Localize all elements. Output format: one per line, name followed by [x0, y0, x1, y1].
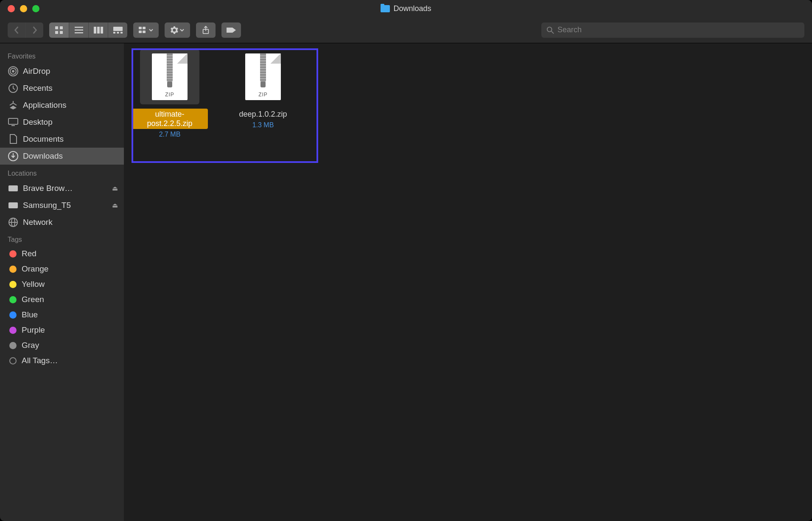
svg-rect-16 [139, 31, 142, 33]
svg-rect-7 [94, 27, 96, 34]
tag-dot-icon [9, 342, 17, 349]
svg-rect-13 [120, 32, 123, 34]
svg-point-21 [12, 70, 14, 73]
titlebar: Downloads [0, 0, 812, 17]
sidebar-item-disk-samsung[interactable]: Samsung_T5 ⏏ [0, 197, 124, 214]
file-item[interactable]: ZIP deep.1.0.2.zip 1.3 MB [225, 49, 301, 138]
svg-rect-0 [55, 26, 58, 29]
sidebar-tag-green[interactable]: Green [0, 292, 124, 307]
favorites-header: Favorites [0, 48, 124, 63]
column-view-button[interactable] [88, 22, 108, 38]
file-size: 1.3 MB [252, 121, 274, 129]
file-thumbnail: ZIP [140, 49, 199, 104]
sidebar-tag-yellow[interactable]: Yellow [0, 277, 124, 292]
toolbar [0, 17, 812, 43]
svg-rect-12 [117, 32, 119, 34]
tags-header: Tags [0, 231, 124, 246]
file-item[interactable]: ZIP ultimate-post.2.2.5.zip 2.7 MB [132, 49, 208, 138]
svg-rect-10 [113, 27, 123, 31]
sidebar: Favorites AirDrop Recents Applications D… [0, 43, 124, 521]
eject-icon[interactable]: ⏏ [112, 202, 118, 209]
svg-rect-3 [60, 31, 63, 34]
action-button[interactable] [165, 22, 190, 38]
nav-group [8, 22, 43, 38]
search-input[interactable] [557, 25, 799, 34]
sidebar-item-label: Gray [22, 341, 39, 350]
sidebar-tag-orange[interactable]: Orange [0, 261, 124, 277]
zip-file-icon: ZIP [245, 53, 281, 100]
sidebar-item-documents[interactable]: Documents [0, 131, 124, 148]
disk-icon [8, 183, 19, 194]
all-tags-icon [9, 357, 17, 364]
tag-dot-icon [9, 327, 17, 334]
file-thumbnail: ZIP [233, 49, 293, 104]
tag-icon [226, 27, 237, 34]
network-icon [8, 217, 19, 228]
sidebar-tag-blue[interactable]: Blue [0, 307, 124, 322]
list-view-button[interactable] [69, 22, 88, 38]
svg-rect-17 [143, 31, 146, 33]
sidebar-item-applications[interactable]: Applications [0, 97, 124, 114]
svg-rect-29 [8, 202, 18, 208]
edit-tags-button[interactable] [221, 22, 241, 38]
sidebar-item-label: Documents [23, 134, 64, 144]
sidebar-item-network[interactable]: Network [0, 214, 124, 231]
tag-group [221, 22, 241, 38]
minimize-window-button[interactable] [20, 5, 27, 12]
file-size: 2.7 MB [159, 131, 181, 138]
zip-file-icon: ZIP [152, 53, 188, 100]
arrange-group [133, 22, 159, 38]
sidebar-item-downloads[interactable]: Downloads [0, 148, 124, 165]
svg-rect-8 [97, 27, 100, 34]
sidebar-item-label: Network [23, 218, 53, 227]
arrange-button[interactable] [133, 22, 159, 38]
chevron-right-icon [32, 26, 38, 34]
gallery-view-button[interactable] [108, 22, 127, 38]
sidebar-tag-purple[interactable]: Purple [0, 322, 124, 338]
sidebar-item-label: Green [22, 295, 44, 304]
tag-dot-icon [9, 296, 17, 303]
sidebar-tag-red[interactable]: Red [0, 246, 124, 261]
sidebar-tag-gray[interactable]: Gray [0, 338, 124, 353]
share-icon [202, 26, 210, 34]
locations-header: Locations [0, 165, 124, 180]
group-icon [139, 27, 147, 34]
sidebar-item-airdrop[interactable]: AirDrop [0, 63, 124, 80]
sidebar-item-desktop[interactable]: Desktop [0, 114, 124, 131]
airdrop-icon [8, 66, 19, 77]
content-area[interactable]: ZIP ultimate-post.2.2.5.zip 2.7 MB ZIP d… [124, 43, 812, 521]
share-button[interactable] [196, 22, 216, 38]
sidebar-item-recents[interactable]: Recents [0, 80, 124, 97]
window-title: Downloads [393, 4, 431, 13]
svg-rect-9 [101, 27, 103, 34]
svg-rect-1 [60, 26, 63, 29]
file-name: ultimate-post.2.2.5.zip [132, 109, 208, 129]
sidebar-item-disk-brave[interactable]: Brave Brow… ⏏ [0, 180, 124, 197]
back-button[interactable] [8, 22, 25, 38]
fullscreen-window-button[interactable] [32, 5, 39, 12]
list-icon [75, 26, 83, 34]
svg-rect-14 [139, 27, 142, 29]
close-window-button[interactable] [8, 5, 15, 12]
columns-icon [94, 27, 103, 34]
forward-button[interactable] [25, 22, 43, 38]
svg-rect-25 [8, 118, 18, 124]
share-group [196, 22, 216, 38]
downloads-icon [8, 151, 19, 162]
svg-rect-4 [75, 27, 83, 28]
svg-rect-5 [75, 29, 83, 31]
chevron-down-icon [180, 29, 184, 31]
zip-badge: ZIP [165, 92, 174, 98]
svg-rect-11 [113, 32, 115, 34]
file-name: deep.1.0.2.zip [236, 109, 289, 120]
view-mode-group [49, 22, 127, 38]
svg-point-19 [547, 27, 552, 31]
finder-window: Downloads [0, 0, 812, 521]
svg-rect-26 [11, 125, 15, 126]
eject-icon[interactable]: ⏏ [112, 185, 118, 192]
sidebar-all-tags[interactable]: All Tags… [0, 353, 124, 368]
tag-dot-icon [9, 266, 17, 273]
icon-view-button[interactable] [49, 22, 69, 38]
search-field[interactable] [541, 22, 804, 38]
action-group [165, 22, 190, 38]
